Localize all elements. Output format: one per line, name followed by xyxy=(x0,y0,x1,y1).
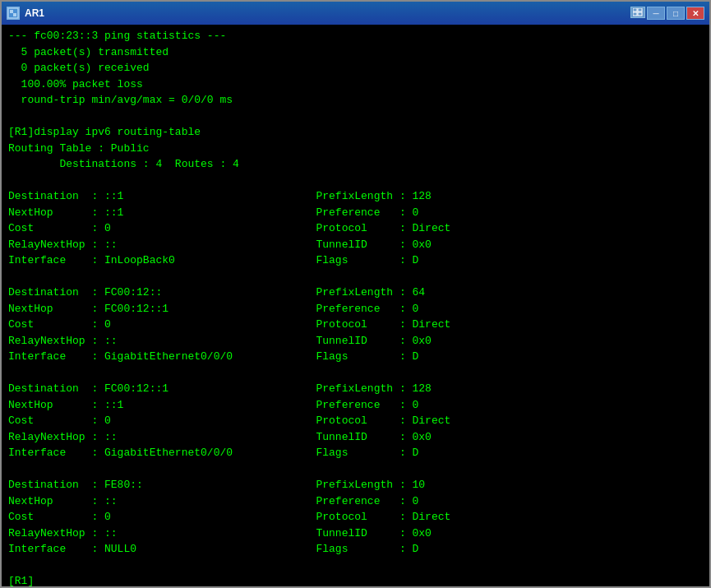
terminal-line xyxy=(8,365,703,382)
terminal-line: Cost : 0 Protocol : Direct xyxy=(8,509,703,525)
terminal-line: 100.00% packet loss xyxy=(8,76,703,93)
terminal-line: NextHop : :: Preference : 0 xyxy=(8,493,703,510)
maximize-button[interactable]: □ xyxy=(667,7,685,20)
terminal-line xyxy=(8,269,703,285)
terminal-content: --- fc00:23::3 ping statistics --- 5 pac… xyxy=(8,28,703,586)
terminal-line: Cost : 0 Protocol : Direct xyxy=(8,413,703,429)
terminal-line: RelayNextHop : :: TunnelID : 0x0 xyxy=(8,333,703,350)
title-bar-left: AR1 xyxy=(7,7,44,20)
terminal-area[interactable]: --- fc00:23::3 ping statistics --- 5 pac… xyxy=(2,25,709,586)
terminal-line: Routing Table : Public xyxy=(8,141,703,157)
terminal-line xyxy=(8,173,703,189)
title-bar: AR1 ─ □ ✕ xyxy=(2,2,709,25)
terminal-line: [R1] xyxy=(8,573,703,586)
terminal-line: Destination : FC00:12:: PrefixLength : 6… xyxy=(8,285,703,301)
terminal-line xyxy=(8,109,703,125)
terminal-line: Interface : InLoopBack0 Flags : D xyxy=(8,252,703,269)
terminal-line: 0 packet(s) received xyxy=(8,60,703,76)
terminal-line xyxy=(8,461,703,478)
terminal-line: RelayNextHop : :: TunnelID : 0x0 xyxy=(8,237,703,253)
main-window: AR1 ─ □ ✕ --- fc00:23::3 ping statistics… xyxy=(0,0,711,588)
terminal-line: Destination : FC00:12::1 PrefixLength : … xyxy=(8,381,703,397)
terminal-line: RelayNextHop : :: TunnelID : 0x0 xyxy=(8,525,703,542)
terminal-line: Destination : ::1 PrefixLength : 128 xyxy=(8,188,703,205)
svg-rect-1 xyxy=(10,10,13,13)
extra-icon[interactable] xyxy=(630,7,645,18)
terminal-line: 5 packet(s) transmitted xyxy=(8,44,703,61)
terminal-line: --- fc00:23::3 ping statistics --- xyxy=(8,28,703,44)
terminal-line: RelayNextHop : :: TunnelID : 0x0 xyxy=(8,429,703,446)
terminal-line: Interface : NULL0 Flags : D xyxy=(8,541,703,558)
svg-rect-4 xyxy=(638,8,642,12)
terminal-line: Interface : GigabitEthernet0/0/0 Flags :… xyxy=(8,445,703,461)
window-title: AR1 xyxy=(25,7,44,19)
terminal-line: Destinations : 4 Routes : 4 xyxy=(8,156,703,173)
terminal-line: NextHop : ::1 Preference : 0 xyxy=(8,205,703,221)
terminal-line: Interface : GigabitEthernet0/0/0 Flags :… xyxy=(8,349,703,365)
svg-rect-5 xyxy=(633,12,637,16)
terminal-line: NextHop : ::1 Preference : 0 xyxy=(8,397,703,414)
minimize-button[interactable]: ─ xyxy=(647,7,665,20)
terminal-line: Cost : 0 Protocol : Direct xyxy=(8,317,703,333)
terminal-line: round-trip min/avg/max = 0/0/0 ms xyxy=(8,92,703,109)
terminal-line: Destination : FE80:: PrefixLength : 10 xyxy=(8,477,703,493)
svg-rect-2 xyxy=(13,13,16,16)
close-button[interactable]: ✕ xyxy=(686,7,704,20)
window-controls: ─ □ ✕ xyxy=(630,7,704,20)
terminal-line: NextHop : FC00:12::1 Preference : 0 xyxy=(8,301,703,317)
terminal-line: Cost : 0 Protocol : Direct xyxy=(8,220,703,237)
terminal-line xyxy=(8,558,703,574)
svg-rect-6 xyxy=(638,12,642,16)
svg-rect-3 xyxy=(633,8,637,12)
window-icon xyxy=(7,7,20,20)
terminal-line: [R1]display ipv6 routing-table xyxy=(8,124,703,141)
